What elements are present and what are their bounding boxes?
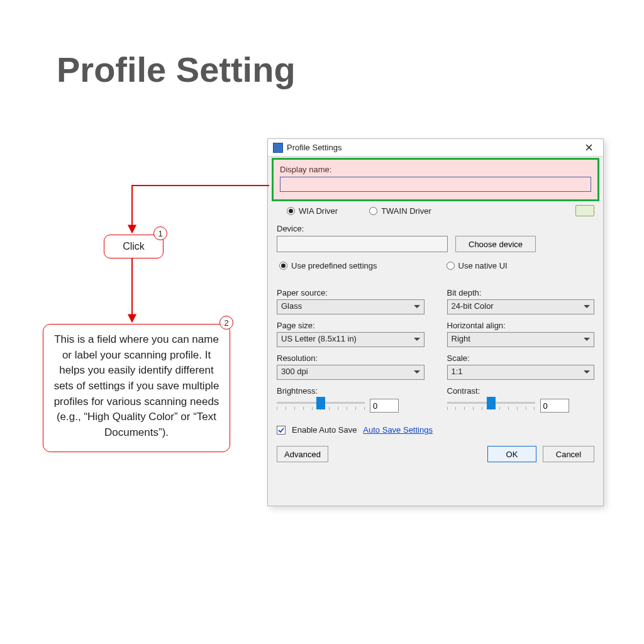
slider-thumb-icon: [487, 397, 496, 409]
radio-dot-icon: [279, 262, 287, 270]
scale-label: Scale:: [447, 353, 595, 363]
enable-auto-save-label: Enable Auto Save: [292, 425, 357, 435]
radio-wia-label: WIA Driver: [299, 206, 338, 216]
page-size-label: Page size:: [277, 321, 425, 330]
display-name-label: Display name:: [280, 165, 591, 174]
radio-twain-label: TWAIN Driver: [381, 206, 431, 216]
step-click-bubble: Click: [104, 235, 164, 258]
radio-twain-driver[interactable]: TWAIN Driver: [369, 206, 431, 216]
radio-dot-icon: [369, 207, 377, 215]
choose-device-button[interactable]: Choose device: [455, 236, 536, 252]
cancel-button[interactable]: Cancel: [543, 446, 594, 462]
app-icon: [273, 143, 283, 153]
advanced-button[interactable]: Advanced: [277, 446, 328, 462]
radio-predefined-settings[interactable]: Use predefined settings: [279, 261, 377, 270]
ok-button[interactable]: OK: [487, 446, 536, 462]
horizontal-align-combo[interactable]: Right: [447, 332, 595, 347]
paper-source-combo[interactable]: Glass: [277, 299, 425, 314]
slider-thumb-icon: [316, 397, 325, 409]
step-click-label: Click: [123, 241, 145, 252]
profile-settings-dialog: Profile Settings Display name: WIA Drive…: [267, 138, 604, 506]
check-icon: [278, 427, 284, 433]
device-label: Device:: [277, 224, 594, 233]
device-input[interactable]: [277, 236, 448, 252]
close-icon: [586, 144, 592, 151]
brightness-value-input[interactable]: [370, 399, 399, 413]
radio-native-label: Use native UI: [458, 261, 508, 270]
enable-auto-save-checkbox[interactable]: [277, 426, 286, 435]
dialog-title: Profile Settings: [287, 143, 574, 152]
contrast-value-input[interactable]: [540, 399, 569, 413]
close-button[interactable]: [578, 141, 599, 155]
radio-dot-icon: [287, 207, 295, 215]
radio-dot-icon: [447, 262, 455, 270]
brightness-label: Brightness:: [277, 386, 425, 396]
driver-switch[interactable]: [575, 205, 594, 216]
bit-depth-label: Bit depth:: [447, 288, 595, 297]
step-badge-1: 1: [153, 226, 167, 240]
contrast-slider[interactable]: [447, 397, 535, 414]
paper-source-label: Paper source:: [277, 288, 425, 297]
explanation-text: This is a field where you can name or la…: [54, 333, 219, 438]
brightness-slider[interactable]: [277, 397, 365, 414]
display-name-region: Display name:: [272, 158, 599, 201]
contrast-label: Contrast:: [447, 386, 595, 396]
step-badge-2: 2: [219, 316, 233, 330]
bit-depth-combo[interactable]: 24-bit Color: [447, 299, 595, 314]
page-size-combo[interactable]: US Letter (8.5x11 in): [277, 332, 425, 347]
explanation-box: This is a field where you can name or la…: [43, 324, 230, 452]
page-title: Profile Setting: [57, 49, 296, 90]
radio-wia-driver[interactable]: WIA Driver: [287, 206, 338, 216]
horizontal-align-label: Horizontal align:: [447, 321, 595, 330]
radio-predef-label: Use predefined settings: [291, 261, 377, 270]
titlebar: Profile Settings: [268, 139, 603, 157]
radio-native-ui[interactable]: Use native UI: [447, 261, 508, 270]
resolution-combo[interactable]: 300 dpi: [277, 365, 425, 380]
resolution-label: Resolution:: [277, 353, 425, 363]
display-name-input[interactable]: [280, 177, 591, 192]
scale-combo[interactable]: 1:1: [447, 365, 595, 380]
auto-save-settings-link[interactable]: Auto Save Settings: [363, 425, 433, 435]
